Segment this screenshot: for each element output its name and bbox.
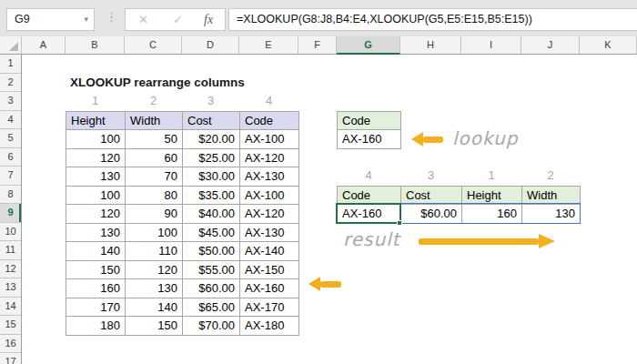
table-cell[interactable]: $60.00 [183,279,240,298]
row-header-11[interactable]: 11 [0,241,21,260]
table-cell[interactable]: 130 [66,167,126,187]
table-cell[interactable]: AX-180 [240,317,299,336]
column-header-I[interactable]: I [461,36,521,54]
table-cell[interactable]: AX-160 [338,130,401,149]
row-header-8[interactable]: 8 [0,186,21,205]
table-cell[interactable]: 170 [66,298,126,318]
table-cell[interactable]: 50 [126,130,183,149]
insert-function-icon[interactable]: fx [204,13,213,27]
table-header-cell[interactable]: Cost [401,187,462,206]
table-cell[interactable]: 100 [66,130,126,149]
column-header-K[interactable]: K [580,36,637,54]
table-cell[interactable]: AX-160 [338,205,401,224]
table-cell[interactable]: $60.00 [401,205,462,224]
table-cell[interactable]: AX-140 [240,242,299,261]
row-header-13[interactable]: 13 [0,278,21,298]
table-header-cell[interactable]: Height [66,112,126,131]
table-cell[interactable]: AX-150 [240,261,299,280]
table-cell[interactable]: 120 [126,261,183,280]
row-header-14[interactable]: 14 [0,298,21,317]
table-cell[interactable]: 60 [126,149,183,168]
table-cell[interactable]: AX-120 [240,149,299,168]
table-cell[interactable]: 160 [66,279,126,298]
table-cell[interactable]: 130 [66,224,126,243]
table-cell[interactable]: $30.00 [183,167,240,187]
column-header-G[interactable]: G [337,36,400,55]
table-cell[interactable]: 100 [126,224,183,243]
column-header-strip: ABCDEFGHIJK [0,36,637,55]
table-cell[interactable]: $35.00 [183,187,240,206]
column-header-A[interactable]: A [22,36,66,54]
column-header-D[interactable]: D [182,36,239,54]
table-cell[interactable]: 150 [126,317,183,336]
column-header-C[interactable]: C [125,36,182,54]
table-cell[interactable]: AX-100 [240,187,299,206]
table-cell[interactable]: 110 [126,242,183,261]
column-header-E[interactable]: E [239,36,298,54]
table-cell[interactable]: 160 [462,205,522,224]
formula-bar-handle-icon[interactable]: ⋮ [106,10,116,24]
table-cell[interactable]: 120 [66,205,126,224]
row-header-15[interactable]: 15 [0,316,21,335]
table-cell[interactable]: 90 [126,205,183,224]
table-cell[interactable]: 70 [126,167,183,187]
table-cell[interactable]: AX-100 [240,130,299,149]
lookup-annotation: lookup [452,127,518,149]
table-cell[interactable]: 100 [66,187,126,206]
enter-icon[interactable]: ✓ [173,13,183,26]
table-cell[interactable]: $70.00 [183,317,240,336]
row-header-1[interactable]: 1 [0,55,21,74]
row-header-12[interactable]: 12 [0,260,21,279]
table-header-cell[interactable]: Code [338,187,401,206]
table-cell[interactable]: 140 [126,298,183,318]
column-header-F[interactable]: F [298,36,337,54]
table-cell[interactable]: AX-120 [240,205,299,224]
table-cell[interactable]: 150 [66,261,126,280]
select-all-corner[interactable] [0,36,22,55]
table-cell[interactable]: AX-130 [240,224,299,243]
name-box-dropdown-icon[interactable]: ▾ [84,15,88,24]
row-header-7[interactable]: 7 [0,167,21,186]
name-box[interactable]: G9 ▾ [6,8,95,31]
table-cell[interactable]: 120 [66,149,126,168]
row-header-10[interactable]: 10 [0,223,21,242]
formula-input[interactable]: =XLOOKUP(G8:J8,B4:E4,XLOOKUP(G5,E5:E15,B… [228,8,637,31]
row-header-4[interactable]: 4 [0,111,21,130]
cancel-icon[interactable]: ✕ [138,13,148,26]
row-header-2[interactable]: 2 [0,74,21,93]
column-header-H[interactable]: H [400,36,461,54]
table-cell[interactable]: 80 [126,187,183,206]
table-cell[interactable]: $40.00 [183,205,240,224]
table-cell[interactable]: AX-170 [240,298,299,318]
table-cell[interactable]: 140 [66,242,126,261]
table-cell[interactable]: $50.00 [183,242,240,261]
table-header-cell[interactable]: Cost [183,112,240,131]
table-header-cell[interactable]: Code [240,112,299,131]
lookup-cell-box: CodeAX-160 [337,111,401,149]
table-cell[interactable]: $65.00 [183,298,240,318]
row-header-5[interactable]: 5 [0,129,21,148]
row-header-6[interactable]: 6 [0,148,21,167]
table-header-cell[interactable]: Height [462,187,522,206]
table-cell[interactable]: 180 [66,317,126,336]
table-cell[interactable]: $45.00 [183,224,240,243]
matched-row-arrow-icon [308,277,341,291]
table-header-cell[interactable]: Width [522,187,581,206]
table-cell[interactable]: AX-160 [240,279,299,298]
row-header-16[interactable]: 16 [0,335,21,354]
fill-handle[interactable] [397,220,402,226]
table-cell[interactable]: AX-130 [240,167,299,187]
table-cell[interactable]: 130 [126,279,183,298]
row-header-3[interactable]: 3 [0,92,21,111]
result-arrow-icon [419,234,555,248]
table-cell[interactable]: 130 [522,205,581,224]
table-header-cell[interactable]: Code [338,112,401,131]
table-cell[interactable]: $55.00 [183,261,240,280]
row-header-9[interactable]: 9 [0,204,21,223]
table-cell[interactable]: $20.00 [183,130,240,149]
table-cell[interactable]: $25.00 [183,149,240,168]
row-header-17[interactable]: 17 [0,353,21,364]
table-header-cell[interactable]: Width [126,112,183,131]
column-header-B[interactable]: B [66,36,125,54]
column-header-J[interactable]: J [521,36,580,54]
